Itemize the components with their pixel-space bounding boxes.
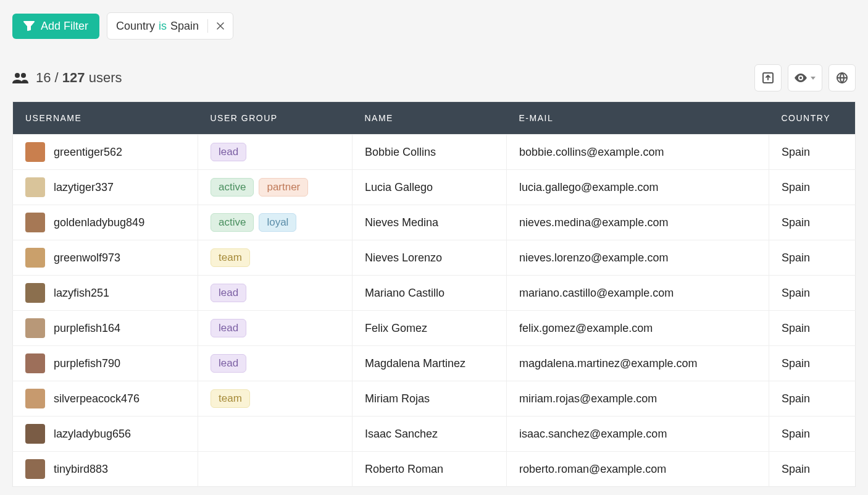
group-badge: lead [211, 284, 246, 302]
group-badge: team [211, 248, 250, 267]
visibility-dropdown-button[interactable] [788, 64, 822, 91]
username-text: lazyladybug656 [54, 428, 131, 441]
table-row[interactable]: silverpeacock476teamMiriam Rojasmiriam.r… [13, 381, 856, 417]
result-count: 16 / 127 users [12, 70, 122, 86]
cell-country: Spain [769, 452, 856, 487]
username-text: silverpeacock476 [54, 392, 140, 405]
cell-name: Nieves Medina [353, 205, 507, 240]
cell-name: Miriam Rojas [353, 381, 507, 417]
group-badge: loyal [259, 213, 296, 232]
cell-email: nieves.medina@example.com [507, 205, 769, 240]
add-filter-button[interactable]: Add Filter [12, 14, 99, 39]
username-text: greentiger562 [54, 146, 122, 159]
svg-point-1 [21, 73, 26, 78]
group-badge: active [211, 213, 254, 232]
cell-user-group: team [198, 381, 353, 417]
list-header: 16 / 127 users [12, 64, 856, 91]
filter-chip[interactable]: Country is Spain [107, 12, 233, 40]
table-row[interactable]: lazytiger337activepartnerLucia Gallegolu… [13, 170, 856, 205]
cell-username: lazyladybug656 [13, 417, 198, 452]
table-row[interactable]: greentiger562leadBobbie Collinsbobbie.co… [13, 135, 856, 170]
cell-username: silverpeacock476 [13, 381, 198, 417]
filter-chip-operator: is [159, 20, 167, 33]
svg-point-0 [15, 73, 20, 78]
count-separator: / [55, 70, 59, 85]
column-header-group[interactable]: USER GROUP [198, 102, 353, 135]
avatar [25, 459, 45, 479]
open-external-button[interactable] [754, 64, 782, 91]
column-header-email[interactable]: E-MAIL [507, 102, 769, 135]
column-header-username[interactable]: USERNAME [13, 102, 198, 135]
table-header-row: USERNAME USER GROUP NAME E-MAIL COUNTRY [13, 102, 856, 135]
username-text: lazyfish251 [54, 287, 109, 300]
cell-username: goldenladybug849 [13, 205, 198, 240]
cell-user-group: lead [198, 311, 353, 346]
cell-user-group [198, 417, 353, 452]
cell-country: Spain [769, 381, 856, 417]
column-header-country[interactable]: COUNTRY [769, 102, 856, 135]
filtered-count: 16 [36, 70, 51, 85]
cell-email: nieves.lorenzo@example.com [507, 240, 769, 276]
group-badge: active [211, 178, 254, 197]
avatar [25, 389, 45, 408]
cell-country: Spain [769, 346, 856, 381]
avatar [25, 318, 45, 338]
cell-name: Lucia Gallego [353, 170, 507, 205]
avatar [25, 177, 45, 197]
cell-name: Roberto Roman [353, 452, 507, 487]
column-header-name[interactable]: NAME [353, 102, 507, 135]
avatar [25, 353, 45, 373]
filter-chip-remove-button[interactable] [217, 22, 224, 30]
cell-email: isaac.sanchez@example.com [507, 417, 769, 452]
username-text: lazytiger337 [54, 181, 114, 194]
group-badge: team [211, 389, 250, 408]
username-text: tinybird883 [54, 463, 108, 476]
cell-email: felix.gomez@example.com [507, 311, 769, 346]
cell-user-group: team [198, 240, 353, 276]
cell-user-group: activepartner [198, 170, 353, 205]
cell-country: Spain [769, 205, 856, 240]
table-row[interactable]: lazyfish251leadMariano Castillomariano.c… [13, 276, 856, 311]
group-badge: lead [211, 143, 246, 161]
cell-email: bobbie.collins@example.com [507, 135, 769, 170]
toolbar [754, 64, 856, 91]
cell-country: Spain [769, 135, 856, 170]
table-row[interactable]: goldenladybug849activeloyalNieves Medina… [13, 205, 856, 240]
table-row[interactable]: lazyladybug656Isaac Sanchezisaac.sanchez… [13, 417, 856, 452]
username-text: goldenladybug849 [54, 216, 144, 229]
globe-icon [837, 72, 848, 83]
cell-country: Spain [769, 311, 856, 346]
filter-icon [23, 21, 35, 31]
avatar [25, 142, 45, 162]
cell-username: lazytiger337 [13, 170, 198, 205]
cell-email: roberto.roman@example.com [507, 452, 769, 487]
globe-button[interactable] [828, 64, 856, 91]
cell-email: miriam.rojas@example.com [507, 381, 769, 417]
cell-user-group: lead [198, 276, 353, 311]
group-badge: lead [211, 354, 246, 373]
cell-country: Spain [769, 417, 856, 452]
filter-chip-divider [207, 19, 208, 33]
cell-username: greenwolf973 [13, 240, 198, 276]
cell-user-group: lead [198, 135, 353, 170]
cell-username: greentiger562 [13, 135, 198, 170]
avatar [25, 283, 45, 303]
eye-icon [795, 74, 807, 82]
cell-country: Spain [769, 170, 856, 205]
cell-username: purplefish164 [13, 311, 198, 346]
cell-email: magdalena.martinez@example.com [507, 346, 769, 381]
cell-email: mariano.castillo@example.com [507, 276, 769, 311]
cell-country: Spain [769, 240, 856, 276]
cell-email: lucia.gallego@example.com [507, 170, 769, 205]
avatar [25, 424, 45, 444]
username-text: greenwolf973 [54, 252, 120, 264]
cell-user-group: activeloyal [198, 205, 353, 240]
table-row[interactable]: purplefish790leadMagdalena Martinezmagda… [13, 346, 856, 381]
table-row[interactable]: tinybird883Roberto Romanroberto.roman@ex… [13, 452, 856, 487]
table-row[interactable]: greenwolf973teamNieves Lorenzonieves.lor… [13, 240, 856, 276]
table-row[interactable]: purplefish164leadFelix Gomezfelix.gomez@… [13, 311, 856, 346]
cell-country: Spain [769, 276, 856, 311]
cell-username: lazyfish251 [13, 276, 198, 311]
filter-bar: Add Filter Country is Spain [12, 12, 856, 40]
cell-username: tinybird883 [13, 452, 198, 487]
